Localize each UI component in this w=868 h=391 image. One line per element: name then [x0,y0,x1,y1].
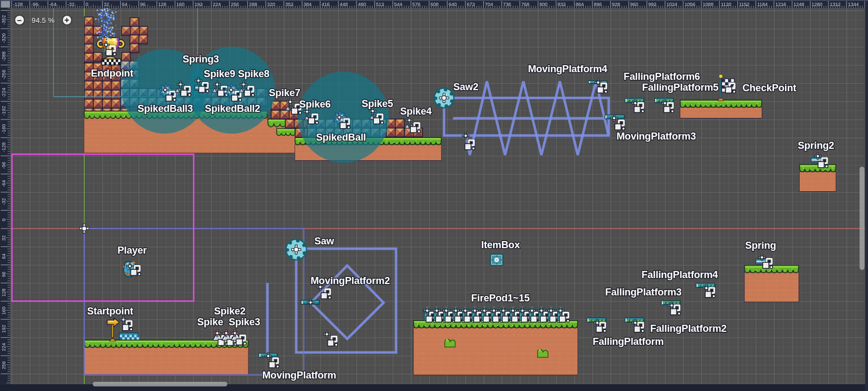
svg-text:576: 576 [412,2,420,7]
instance-Saw2[interactable] [433,87,455,109]
svg-text:608: 608 [430,2,438,7]
svg-text:416: 416 [322,2,330,7]
svg-text:256: 256 [2,361,7,369]
svg-text:640: 640 [449,2,457,7]
platform-spring [745,266,799,302]
instance-label-Spike8: Spike8 [238,68,270,79]
instance-label-FallingPlatform2: FallingPlatform2 [650,323,727,334]
svg-text:-160: -160 [2,124,7,134]
instance-label-MovingPlatform4: MovingPlatform4 [528,63,608,74]
svg-text:736: 736 [503,2,511,7]
ruler-top[interactable]: -128-96-64-32032649612816019222425628832… [0,0,868,8]
svg-text:-192: -192 [2,106,7,116]
svg-text:0: 0 [86,2,88,7]
svg-text:384: 384 [303,2,311,7]
window-top-border [0,0,868,1]
svg-text:128: 128 [2,288,7,297]
instance-label-Spike7: Spike7 [269,87,301,98]
svg-text:-64: -64 [2,180,7,187]
item-box-sprite [490,254,503,266]
instance-label-FallingPlatform6: FallingPlatform6 [624,71,700,82]
svg-text:-288: -288 [2,52,7,61]
instance-Saw[interactable] [285,238,308,261]
svg-text:768: 768 [521,2,529,7]
instance-label-Spring3: Spring3 [183,53,219,65]
svg-text:352: 352 [285,2,293,7]
zoom-in-button[interactable]: + [62,15,72,25]
instance-label-Spring2: Spring2 [798,140,834,151]
svg-text:224: 224 [2,343,7,351]
instance-label-Startpoint: Startpoint [87,305,133,317]
svg-text:256: 256 [231,2,239,7]
instance-label-CheckPoint: CheckPoint [743,82,796,93]
instance-ItemBox[interactable] [490,254,503,266]
svg-text:-128: -128 [13,2,23,7]
instance-label-Endpoint: Endpoint [91,67,133,79]
instance-label-Saw: Saw [315,235,335,247]
svg-text:-128: -128 [2,142,7,152]
red-tile-region [84,17,93,63]
checker-pad [119,333,139,340]
svg-text:0: 0 [2,218,7,221]
horizontal-scrollbar-thumb[interactable] [93,382,227,387]
instance-label-MovingPlatform2: MovingPlatform2 [311,275,390,286]
red-tile-region [122,52,131,61]
svg-text:864: 864 [576,2,584,7]
platform-step-c [277,129,295,136]
svg-text:-352: -352 [2,15,7,25]
svg-text:160: 160 [2,307,7,315]
svg-text:-256: -256 [2,70,7,79]
svg-text:448: 448 [340,2,348,7]
platform-step-b [268,119,286,127]
instance-label-Player: Player [118,244,147,256]
scene-canvas[interactable]: EndpointSpring3Spike9Spike8SpikedBall3Sp… [0,0,868,391]
red-tile-region [386,119,405,137]
instance-label-Spike3: Spike3 [229,316,260,327]
svg-text:928: 928 [612,2,620,7]
ruler-corner [0,0,10,8]
platform-checkpoint [680,100,762,118]
zoom-level-label[interactable]: 94.5 % [29,16,58,24]
svg-text:96: 96 [2,272,7,277]
svg-text:832: 832 [558,2,566,7]
instance-label-Spike: Spike [197,316,224,327]
svg-text:224: 224 [213,2,221,7]
instance-label-SpikedBall3: SpikedBall3 [138,103,193,114]
red-tile-region [122,27,148,36]
zoom-out-button[interactable]: − [15,15,24,25]
platform-firepod [414,320,578,375]
instance-label-Saw2: Saw2 [454,81,478,92]
instance-label-FirePod1~15: FirePod1~15 [471,292,530,304]
instance-label-Spike2: Spike2 [214,305,246,317]
instance-label-FallingPlatform3: FallingPlatform3 [605,286,682,298]
svg-text:704: 704 [485,2,493,7]
zoom-widget: − 94.5 % + [15,15,72,25]
svg-text:-32: -32 [2,198,7,205]
red-tile-region [130,43,139,53]
svg-text:800: 800 [539,2,547,7]
instance-label-FallingPlatform4: FallingPlatform4 [642,269,719,280]
svg-text:-96: -96 [2,162,7,169]
instance-label-FallingPlatform5: FallingPlatform5 [642,81,719,93]
svg-text:32: 32 [2,235,7,241]
instance-label-SpikedBall2: SpikedBall2 [205,103,260,114]
svg-text:192: 192 [195,2,203,7]
red-tile-region [93,52,103,61]
instance-label-MovingPlatform: MovingPlatform [263,369,336,381]
svg-text:960: 960 [630,2,638,7]
svg-text:64: 64 [2,254,7,259]
vertical-scrollbar-thumb[interactable] [860,167,865,270]
red-tile-region [130,18,139,27]
svg-text:480: 480 [358,2,366,7]
svg-text:-224: -224 [2,88,7,98]
instance-label-Spike4: Spike4 [400,105,432,117]
instance-label-Spike5: Spike5 [362,98,393,109]
svg-text:672: 672 [467,2,475,7]
svg-text:288: 288 [249,2,257,7]
scene-editor: EndpointSpring3Spike9Spike8SpikedBall3Sp… [0,0,868,391]
svg-text:992: 992 [648,2,656,7]
instance-label-MovingPlatform3: MovingPlatform3 [617,130,696,142]
red-tile-region [130,35,148,44]
ruler-left[interactable]: -384-352-320-288-256-224-192-160-128-96-… [0,0,10,384]
firepod-row[interactable] [424,306,570,322]
